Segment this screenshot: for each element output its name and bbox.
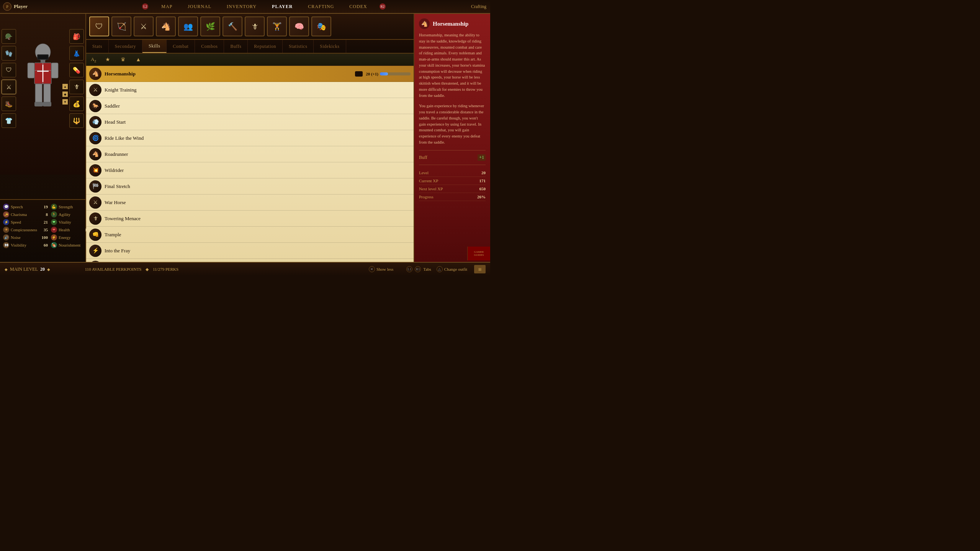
skill-item-into-the-fray[interactable]: ⚡ Into the Fray [86,243,414,259]
skill-item-saddler[interactable]: 🐎 Saddler [86,98,414,114]
equip-slot-shield[interactable]: 🛡 [2,63,16,77]
rp-progress-value: 26% [477,195,486,199]
nav-crafting[interactable]: CRAFTING [305,2,337,11]
l1-badge: L1 [406,266,412,272]
stat-health: ❤ Health 100 [51,226,91,234]
charisma-label: Charisma [11,212,37,217]
tab-statistics[interactable]: Statistics [283,40,314,53]
equipment-left: 🪖 🧤 🛡 ⚔ 🥾 👕 [2,29,16,128]
skill-item-horsemanship[interactable]: 🐴 Horsemanship 8 20 (+1) [86,66,414,82]
tab-secondary[interactable]: Secondary [109,40,142,53]
tab-buffs[interactable]: Buffs [224,40,248,53]
tab-stats[interactable]: Stats [86,40,109,53]
extra-control[interactable]: ⊞ [474,265,486,273]
sort-az-button[interactable]: AZ [91,56,96,63]
skill-name-final-stretch: Final Stretch [105,183,411,190]
skill-cat-people[interactable]: 👥 [178,16,198,36]
visibility-label: Visibility [11,243,37,247]
filter-arrow-button[interactable]: ▲ [134,56,142,64]
rp-progress-label: Progress [419,195,434,199]
nourishment-label: Nourishment [59,243,80,247]
equip-slot-gold[interactable]: 💰 [69,96,84,111]
skill-icon-head-start: 💨 [89,116,101,128]
skill-name-horsemanship: Horsemanship [105,71,352,77]
tab-sidekicks[interactable]: Sidekicks [314,40,346,53]
skill-icon-roadrunner: 🐴 [89,148,101,160]
nav-inventory[interactable]: INVENTORY [224,2,260,11]
skill-cat-sword[interactable]: ⚔ [134,16,154,36]
rp-stat-next-xp: Next level XP 650 [419,185,486,193]
tab-combat[interactable]: Combat [167,40,195,53]
equip-slot-helm[interactable]: 🪖 [2,29,16,44]
svg-rect-13 [34,102,43,106]
skill-categories-row: 🛡 🏹 ⚔ 🐴 👥 🌿 🔨 🗡 🏋 🧠 🎭 [86,14,414,40]
skill-item-head-start-ii[interactable]: 💨 Head Start II [86,259,414,262]
nav-codex[interactable]: CODEX [346,2,370,11]
skill-cat-dagger[interactable]: 🗡 [245,16,265,36]
skill-item-head-start[interactable]: 💨 Head Start [86,114,414,130]
skill-cat-craft[interactable]: 🔨 [223,16,242,36]
equip-slot-weapon[interactable]: ⚔ [2,80,16,94]
equip-slot-potion[interactable]: 💊 [69,63,84,77]
left-panel: 🪖 🧤 🛡 ⚔ 🥾 👕 [0,14,86,276]
sort-bar: AZ ★ ♛ ▲ [86,54,414,66]
equip-slot-chest[interactable]: 👕 [2,113,16,128]
tabs-control: L1 R1 Tabs [406,266,431,272]
diamond-left-icon: ◆ [5,267,8,271]
skill-cat-horse[interactable]: 🐴 [156,16,176,36]
nav-player[interactable]: PLAYER [269,2,296,11]
skill-item-knight-training[interactable]: ⚔ Knight Training [86,82,414,98]
skill-cat-strength[interactable]: 🏋 [267,16,287,36]
filter-crown-button[interactable]: ♛ [119,56,127,64]
nav-map[interactable]: MAP [158,2,175,11]
equip-slot-robe[interactable]: 👗 [69,46,84,60]
stat-speed: ⚡ Speed 21 [3,218,48,226]
equip-slot-gloves[interactable]: 🧤 [2,46,16,60]
equip-arrow-up[interactable]: ▲ [62,84,68,89]
skill-item-trample[interactable]: 👊 Trample [86,227,414,243]
nav-journal[interactable]: JOURNAL [185,2,214,11]
skill-item-roadrunner[interactable]: 🐴 Roadrunner [86,146,414,162]
show-less-button[interactable]: ✕ Show less [369,266,393,272]
health-icon: ❤ [51,227,57,233]
stat-conspicuousness: 👁 Conspicuousness 35 [3,226,48,234]
speed-value: 21 [39,220,48,224]
tab-skills[interactable]: Skills [142,40,167,53]
change-outfit-button[interactable]: △ Change outfit [437,266,467,272]
equip-slot-bag[interactable]: 🎒 [69,29,84,44]
svg-rect-10 [51,63,58,78]
skill-item-final-stretch[interactable]: 🏁 Final Stretch [86,178,414,195]
equip-slot-dagger[interactable]: 🗡 [69,80,84,94]
tab-combos[interactable]: Combos [195,40,224,53]
rp-stat-current-xp: Current XP 171 [419,177,486,185]
rp-level-label: Level [419,170,429,175]
charisma-value: 8 [39,212,48,217]
skill-cat-social[interactable]: 🎭 [311,16,331,36]
strength-label: Strength [59,204,80,209]
equip-slot-trinket[interactable]: 🔱 [69,113,84,128]
noise-label: Noise [11,235,37,240]
equip-arrow-mid[interactable]: ◆ [62,92,68,97]
equip-arrow-down[interactable]: ▼ [62,99,68,105]
az-icon: AZ [91,56,96,63]
rp-current-xp-label: Current XP [419,178,438,183]
filter-star-button[interactable]: ★ [104,56,111,64]
skill-item-war-horse[interactable]: ⚔ War Horse [86,195,414,211]
skill-cat-shields[interactable]: 🛡 [89,16,109,36]
skill-item-wildrider[interactable]: 💥 Wildrider [86,162,414,178]
skill-level-horsemanship: 8 [355,71,363,77]
skill-cat-bow[interactable]: 🏹 [111,16,131,36]
skill-cat-nature[interactable]: 🌿 [200,16,220,36]
stat-agility: 🏃 Agility 15 [51,211,91,218]
skill-item-ride-like-wind[interactable]: 🌀 Ride Like the Wind [86,130,414,146]
player-title: Player [14,3,28,10]
right-panel-skill-name: Horsemanship [433,21,468,27]
tab-reputation[interactable]: Reputation [248,40,283,53]
equip-slot-boots[interactable]: 🥾 [2,96,16,111]
conspicuousness-value: 35 [39,227,48,232]
rp-next-xp-label: Next level XP [419,186,443,191]
skill-item-towering-menace[interactable]: 🗡 Towering Menace [86,211,414,227]
skill-cat-mind[interactable]: 🧠 [289,16,309,36]
stat-strength: 💪 Strength 15 [51,203,91,211]
skill-name-head-start: Head Start [105,119,411,125]
